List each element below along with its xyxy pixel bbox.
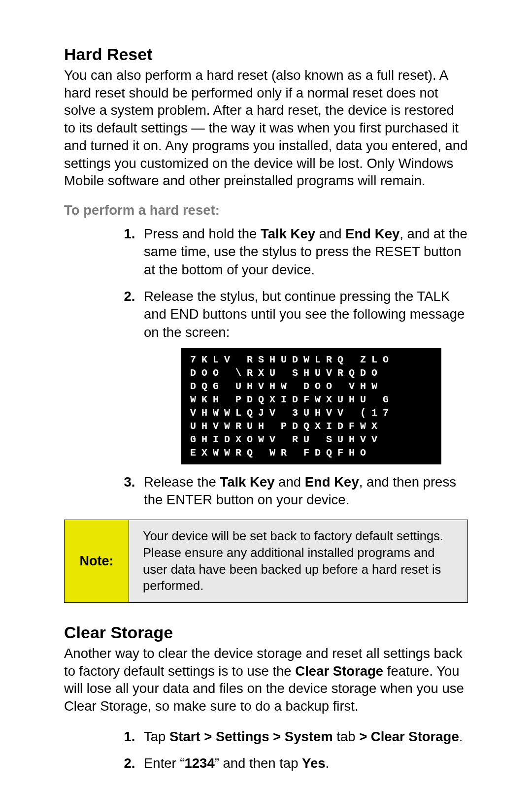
note-label: Note:: [65, 520, 129, 602]
cs-step1-mid: tab: [333, 729, 360, 744]
yes-button-label: Yes: [302, 755, 325, 771]
document-page: Hard Reset You can also perform a hard r…: [0, 0, 532, 787]
screen-line-6: UHVWRUH PDQXIDFWX: [190, 420, 441, 433]
note-callout: Note: Your device will be set back to fa…: [64, 520, 468, 603]
hard-reset-procedure-heading: To perform a hard reset:: [64, 202, 468, 218]
hard-reset-heading: Hard Reset: [64, 44, 468, 65]
clear-storage-step-2: Enter “1234” and then tap Yes.: [139, 754, 468, 772]
device-screen-message: 7KLV RSHUDWLRQ ZLO DOO \RXU SHUVRQDO DQG…: [181, 348, 441, 464]
hard-reset-step-2: Release the stylus, but continue pressin…: [139, 288, 468, 464]
hard-reset-steps: Press and hold the Talk Key and End Key,…: [64, 225, 468, 509]
step3-text-pre: Release the: [144, 474, 220, 490]
cs-step1-pre: Tap: [144, 729, 169, 744]
screen-line-4: WKH PDQXIDFWXUHU G: [190, 393, 441, 406]
step2-text: Release the stylus, but continue pressin…: [144, 289, 465, 340]
end-key-label: End Key: [345, 226, 399, 241]
note-text: Your device will be set back to factory …: [129, 520, 467, 602]
nav-path-1: Start > Settings > System: [169, 729, 333, 744]
screen-line-3: DQG UHVHW DOO VHW: [190, 380, 441, 393]
hard-reset-step-3: Release the Talk Key and End Key, and th…: [139, 473, 468, 509]
clear-storage-feature-label: Clear Storage: [295, 663, 383, 679]
step1-text-pre: Press and hold the: [144, 226, 261, 241]
end-key-label-2: End Key: [305, 474, 359, 490]
nav-path-2: > Clear Storage: [359, 729, 459, 744]
code-1234: 1234: [185, 755, 215, 771]
talk-key-label-2: Talk Key: [220, 474, 274, 490]
hard-reset-intro: You can also perform a hard reset (also …: [64, 66, 468, 190]
cs-step2-pre: Enter “: [144, 755, 185, 771]
clear-storage-intro: Another way to clear the device storage …: [64, 645, 468, 715]
screen-line-1: 7KLV RSHUDWLRQ ZLO: [190, 353, 441, 366]
step3-text-mid: and: [274, 474, 304, 490]
hard-reset-step-1: Press and hold the Talk Key and End Key,…: [139, 225, 468, 279]
screen-line-2: DOO \RXU SHUVRQDO: [190, 366, 441, 380]
screen-line-5: VHWWLQJV 3UHVV (17: [190, 406, 441, 420]
talk-key-label: Talk Key: [261, 226, 315, 241]
step1-text-mid: and: [315, 226, 345, 241]
clear-storage-step-1: Tap Start > Settings > System tab > Clea…: [139, 728, 468, 746]
cs-step2-post: .: [326, 755, 330, 771]
clear-storage-heading: Clear Storage: [64, 623, 468, 643]
screen-line-8: EXWWRQ WR FDQFHO: [190, 446, 441, 459]
screen-line-7: GHIDXOWV RU SUHVV: [190, 433, 441, 446]
cs-step1-post: .: [459, 729, 463, 744]
clear-storage-steps: Tap Start > Settings > System tab > Clea…: [64, 728, 468, 773]
cs-step2-mid: ” and then tap: [215, 755, 302, 771]
